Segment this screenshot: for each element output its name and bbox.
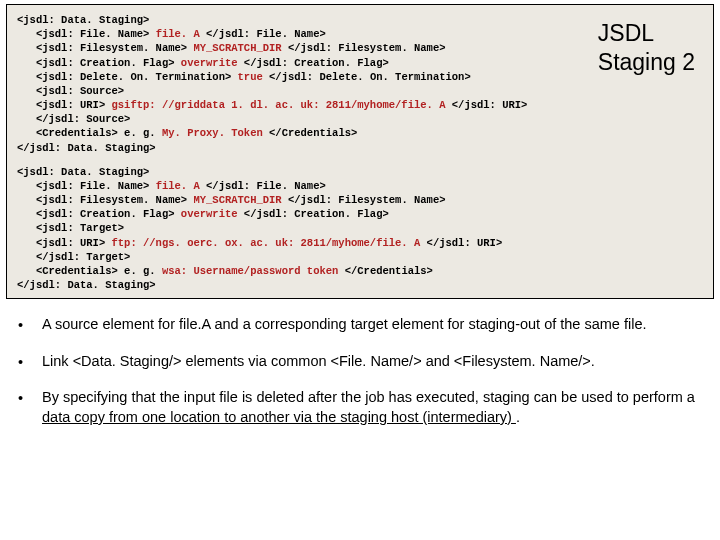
bullet-text-1: A source element for file.A and a corres… — [42, 315, 702, 335]
bullet-item: • Link <Data. Staging/> elements via com… — [18, 352, 702, 373]
code-area: JSDL Staging 2 <jsdl: Data. Staging> <js… — [6, 4, 714, 299]
bullet-item: • By specifying that the input file is d… — [18, 388, 702, 427]
bullet-text-2: Link <Data. Staging/> elements via commo… — [42, 352, 702, 372]
bullet-item: • A source element for file.A and a corr… — [18, 315, 702, 336]
spacer — [17, 155, 703, 165]
bullet-dot: • — [18, 352, 42, 373]
code-block-2: <jsdl: Data. Staging> <jsdl: File. Name>… — [17, 165, 703, 293]
bullet-text-3: By specifying that the input file is del… — [42, 388, 702, 427]
bullet-dot: • — [18, 315, 42, 336]
bullet-list: • A source element for file.A and a corr… — [18, 315, 702, 427]
title-line-2: Staging 2 — [598, 48, 695, 77]
title-line-1: JSDL — [598, 19, 695, 48]
slide-title: JSDL Staging 2 — [598, 19, 695, 77]
bullet-dot: • — [18, 388, 42, 409]
